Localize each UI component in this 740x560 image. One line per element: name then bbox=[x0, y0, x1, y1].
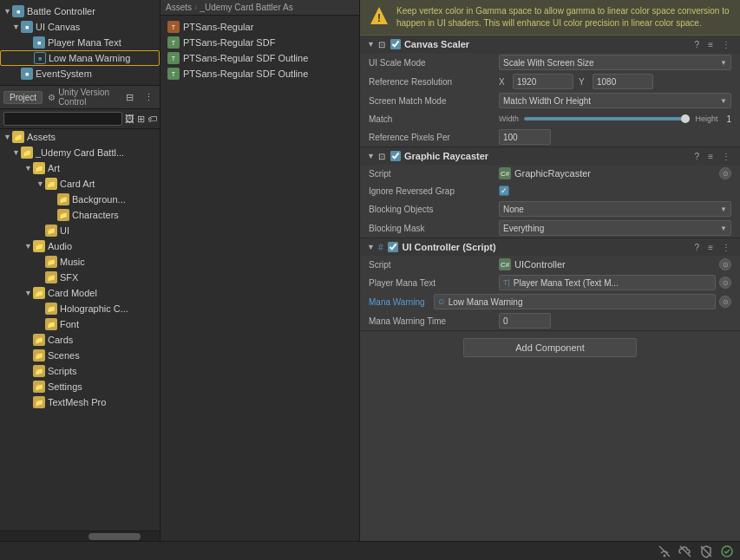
folder-udemy[interactable]: 📁 _Udemy Card Battl... bbox=[0, 145, 160, 160]
wifi-off-icon[interactable] bbox=[657, 544, 672, 559]
layout-icon[interactable]: ⊟ bbox=[121, 89, 137, 105]
folder-label: SFX bbox=[60, 272, 78, 283]
item-label: Battle Controller bbox=[27, 6, 95, 16]
canvas-scaler-section: ▼ ⊡ Canvas Scaler ? ≡ ⋮ UI Scale Mode Sc… bbox=[360, 36, 740, 147]
script-icon: C# bbox=[499, 167, 511, 179]
file-ptsans-regular[interactable]: T PTSans-Regular bbox=[164, 19, 356, 35]
shield-off-icon[interactable] bbox=[698, 544, 714, 559]
help-btn[interactable]: ? bbox=[692, 243, 703, 252]
checkmark-circle-icon[interactable] bbox=[719, 544, 735, 559]
component-actions: ? ≡ ⋮ bbox=[692, 152, 733, 161]
project-tab[interactable]: Project bbox=[3, 91, 43, 104]
scrollbar-thumb[interactable] bbox=[88, 533, 141, 540]
ref-pixels-value bbox=[499, 129, 731, 145]
blocking-objects-select[interactable]: None ▼ bbox=[499, 201, 731, 217]
folder-cards[interactable]: 📁 Cards bbox=[0, 332, 160, 348]
hierarchy-item-ui-canvas[interactable]: ■ UI Canvas bbox=[0, 19, 160, 35]
svg-text:!: ! bbox=[377, 12, 381, 24]
cloud-off-icon[interactable] bbox=[678, 544, 693, 559]
project-toolbar: 🖼 ⊞ 🏷 ⚠ ★ 17 bbox=[0, 109, 160, 129]
folder-label: Backgroun... bbox=[72, 194, 126, 205]
circle-select-btn[interactable]: ⊙ bbox=[719, 167, 731, 179]
y-input[interactable] bbox=[593, 74, 653, 89]
project-header: Project ⚙ Unity Version Control ⊟ ⋮ bbox=[0, 86, 160, 109]
help-btn[interactable]: ? bbox=[692, 152, 703, 161]
resize-icon: ⊡ bbox=[378, 152, 385, 161]
mana-warning-field[interactable]: ⊙ Low Mana Warning bbox=[434, 294, 716, 309]
breadcrumb: Assets › _Udemy Card Battler As bbox=[160, 0, 359, 16]
folder-background[interactable]: 📁 Backgroun... bbox=[0, 192, 160, 207]
folder-textmesh[interactable]: 📁 TextMesh Pro bbox=[0, 394, 160, 410]
folder-ui[interactable]: 📁 UI bbox=[0, 223, 160, 238]
folder-font[interactable]: 📁 Font bbox=[0, 316, 160, 332]
uic-script-label: Script bbox=[369, 260, 499, 270]
folder-art[interactable]: 📁 Art bbox=[0, 160, 160, 176]
ignore-reversed-checkbox[interactable]: ✓ bbox=[499, 186, 509, 196]
match-label: Match bbox=[369, 114, 499, 124]
ui-scale-mode-select[interactable]: Scale With Screen Size ▼ bbox=[499, 55, 731, 70]
breadcrumb-sep1: › bbox=[194, 3, 197, 12]
folder-characters[interactable]: 📁 Characters bbox=[0, 207, 160, 223]
more-icon[interactable]: ⋮ bbox=[141, 89, 156, 105]
more-btn[interactable]: ⋮ bbox=[719, 40, 733, 49]
settings-btn[interactable]: ≡ bbox=[705, 243, 716, 252]
tag-icon[interactable]: 🏷 bbox=[147, 111, 157, 127]
hierarchy-item-battle-controller[interactable]: ■ Battle Controller bbox=[0, 3, 160, 19]
image-icon[interactable]: 🖼 bbox=[125, 111, 134, 127]
mana-warning-label[interactable]: Mana Warning bbox=[369, 297, 425, 307]
file-ptsans-sdf-outline1[interactable]: T PTSans-Regular SDF Outline bbox=[164, 50, 356, 66]
circle-select-btn[interactable]: ⊙ bbox=[719, 277, 731, 289]
hierarchy-item-event-system[interactable]: ■ EventSystem bbox=[0, 66, 160, 81]
folder-settings[interactable]: 📁 Settings bbox=[0, 379, 160, 394]
grid-icon[interactable]: ⊞ bbox=[137, 111, 145, 127]
slider-thumb[interactable] bbox=[681, 114, 690, 123]
screen-match-row: Screen Match Mode Match Width Or Height … bbox=[360, 91, 740, 110]
folder-assets[interactable]: 📁 Assets bbox=[0, 129, 160, 145]
folder-holographic[interactable]: 📁 Holographic C... bbox=[0, 301, 160, 316]
more-btn[interactable]: ⋮ bbox=[719, 152, 733, 161]
circle-select-btn[interactable]: ⊙ bbox=[719, 296, 731, 308]
breadcrumb-folder: _Udemy Card Battler As bbox=[200, 3, 292, 12]
folder-scripts[interactable]: 📁 Scripts bbox=[0, 363, 160, 379]
search-input[interactable] bbox=[3, 112, 122, 126]
player-mana-field[interactable]: T| Player Mana Text (Text M... bbox=[499, 275, 716, 290]
screen-match-select[interactable]: Match Width Or Height ▼ bbox=[499, 93, 731, 108]
x-input[interactable] bbox=[513, 74, 573, 89]
folder-icon: 📁 bbox=[45, 178, 57, 190]
blocking-mask-select[interactable]: Everything ▼ bbox=[499, 220, 731, 236]
graphic-raycaster-toggle[interactable] bbox=[390, 151, 401, 161]
more-btn[interactable]: ⋮ bbox=[719, 243, 733, 252]
horizontal-scrollbar[interactable] bbox=[0, 531, 160, 541]
folder-audio[interactable]: 📁 Audio bbox=[0, 238, 160, 254]
match-slider[interactable] bbox=[524, 117, 690, 120]
add-component-button[interactable]: Add Component bbox=[463, 338, 637, 357]
settings-btn[interactable]: ≡ bbox=[705, 152, 716, 161]
hierarchy-item-player-mana[interactable]: ■ Player Mana Text bbox=[0, 35, 160, 50]
hierarchy-section: ■ Battle Controller ■ UI Canvas ■ Player… bbox=[0, 0, 160, 86]
file-ptsans-sdf-outline2[interactable]: T PTSans-Regular SDF Outline bbox=[164, 66, 356, 81]
folder-music[interactable]: 📁 Music bbox=[0, 254, 160, 270]
canvas-scaler-toggle[interactable] bbox=[390, 39, 401, 49]
left-panel: ■ Battle Controller ■ UI Canvas ■ Player… bbox=[0, 0, 160, 541]
ref-pixels-input[interactable] bbox=[499, 129, 551, 145]
canvas-scaler-header[interactable]: ▼ ⊡ Canvas Scaler ? ≡ ⋮ bbox=[360, 36, 740, 53]
ui-controller-toggle[interactable] bbox=[388, 242, 398, 252]
folder-icon: 📁 bbox=[12, 131, 24, 143]
graphic-raycaster-header[interactable]: ▼ ⊡ Graphic Raycaster ? ≡ ⋮ bbox=[360, 147, 740, 165]
folder-card-model[interactable]: 📁 Card Model bbox=[0, 285, 160, 301]
arrow-icon bbox=[24, 242, 33, 251]
warning-text: Keep vertex color in Gamma space to allo… bbox=[396, 5, 731, 29]
hierarchy-item-low-mana-warning[interactable]: ■ Low Mana Warning bbox=[0, 50, 160, 66]
help-btn[interactable]: ? bbox=[692, 40, 703, 49]
folder-card-art[interactable]: 📁 Card Art bbox=[0, 176, 160, 192]
folder-scenes[interactable]: 📁 Scenes bbox=[0, 348, 160, 363]
settings-btn[interactable]: ≡ bbox=[705, 40, 716, 49]
folder-sfx[interactable]: 📁 SFX bbox=[0, 270, 160, 285]
folder-icon: 📁 bbox=[45, 318, 57, 330]
circle-select-btn[interactable]: ⊙ bbox=[719, 258, 731, 270]
player-mana-row: Player Mana Text T| Player Mana Text (Te… bbox=[360, 273, 740, 292]
file-ptsans-sdf[interactable]: T PTSans-Regular SDF bbox=[164, 35, 356, 50]
mana-warning-time-input[interactable] bbox=[499, 313, 551, 329]
warning-triangle-icon: ! bbox=[369, 5, 390, 26]
ui-controller-header[interactable]: ▼ # UI Controller (Script) ? ≡ ⋮ bbox=[360, 238, 740, 256]
